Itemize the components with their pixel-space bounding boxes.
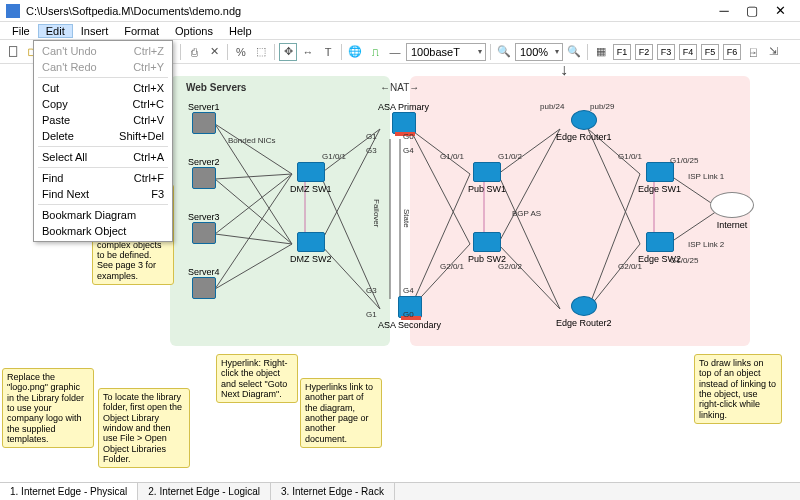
port-g201-b: G2/0/1 bbox=[618, 262, 642, 271]
node-server1[interactable]: Server1 bbox=[188, 100, 220, 134]
menu-bar: File Edit Insert Format Options Help bbox=[0, 22, 800, 40]
label-bonded: Bonded NICs bbox=[228, 136, 276, 145]
zoom-out-icon[interactable]: 🔍 bbox=[495, 43, 513, 61]
node-edge-router1[interactable]: Edge Router1 bbox=[556, 110, 612, 142]
node-internet[interactable]: Internet bbox=[710, 192, 754, 230]
move-icon[interactable]: ✥ bbox=[279, 43, 297, 61]
export-icon[interactable]: ⇲ bbox=[764, 43, 782, 61]
port-pub24: pub/24 bbox=[540, 102, 564, 111]
zoom-combo[interactable]: 100% bbox=[515, 43, 563, 61]
port-g102-a: G1/0/2 bbox=[498, 152, 522, 161]
link-icon[interactable]: ↔ bbox=[299, 43, 317, 61]
tab-logical[interactable]: 2. Internet Edge - Logical bbox=[138, 483, 271, 500]
zoom-in-icon[interactable]: 🔍 bbox=[565, 43, 583, 61]
label-state: State bbox=[402, 209, 411, 228]
line-icon[interactable]: — bbox=[386, 43, 404, 61]
menu-format[interactable]: Format bbox=[116, 24, 167, 38]
port-g101-a: G1/0/1 bbox=[322, 152, 346, 161]
edit-menu-item[interactable]: PasteCtrl+V bbox=[34, 112, 172, 128]
minimize-button[interactable]: ─ bbox=[710, 3, 738, 18]
port-g1-a: G1 bbox=[366, 132, 377, 141]
fkey-4[interactable]: F4 bbox=[679, 44, 697, 60]
port-g1-b: G1 bbox=[366, 310, 377, 319]
fkey-5[interactable]: F5 bbox=[701, 44, 719, 60]
new-icon[interactable] bbox=[4, 43, 22, 61]
edit-menu-item[interactable]: Bookmark Diagram bbox=[34, 207, 172, 223]
edit-menu-item: Can't UndoCtrl+Z bbox=[34, 43, 172, 59]
delete-icon[interactable]: ✕ bbox=[205, 43, 223, 61]
header-nat: ←NAT→ bbox=[380, 82, 419, 93]
fkey-3[interactable]: F3 bbox=[657, 44, 675, 60]
node-server2[interactable]: Server2 bbox=[188, 155, 220, 189]
port-pub29: pub/29 bbox=[590, 102, 614, 111]
node-pubsw2[interactable]: Pub SW2 bbox=[468, 232, 506, 264]
menu-help[interactable]: Help bbox=[221, 24, 260, 38]
port-g0-a: G0 bbox=[403, 132, 414, 141]
node-dmzsw1[interactable]: DMZ SW1 bbox=[290, 162, 332, 194]
menu-edit[interactable]: Edit bbox=[38, 24, 73, 38]
tab-physical[interactable]: 1. Internet Edge - Physical bbox=[0, 483, 138, 500]
note-draw-links[interactable]: To draw links on top of an object instea… bbox=[694, 354, 782, 424]
link-type-combo[interactable]: 100baseT bbox=[406, 43, 486, 61]
edit-menu-item[interactable]: Find NextF3 bbox=[34, 186, 172, 202]
node-pubsw1[interactable]: Pub SW1 bbox=[468, 162, 506, 194]
port-g1025-b: G1/0/25 bbox=[670, 256, 698, 265]
text-icon[interactable]: T bbox=[319, 43, 337, 61]
port-g1025-a: G1/0/25 bbox=[670, 156, 698, 165]
edit-menu-item[interactable]: Bookmark Object bbox=[34, 223, 172, 239]
exit-icon[interactable]: ⍈ bbox=[744, 43, 762, 61]
label-isp1: ISP Link 1 bbox=[688, 172, 724, 181]
select-icon[interactable]: % bbox=[232, 43, 250, 61]
port-g4-b: G4 bbox=[403, 286, 414, 295]
note-hyperlink[interactable]: Hyperlink: Right-click the object and se… bbox=[216, 354, 298, 403]
edit-menu-item[interactable]: CutCtrl+X bbox=[34, 80, 172, 96]
note-hyperlinks-link[interactable]: Hyperlinks link to another part of the d… bbox=[300, 378, 382, 448]
edit-menu-item: Can't RedoCtrl+Y bbox=[34, 59, 172, 75]
port-g202-a: G2/0/2 bbox=[498, 262, 522, 271]
label-failover: Failover bbox=[372, 199, 381, 227]
port-g0-b: G0 bbox=[403, 310, 414, 319]
edit-menu-item[interactable]: CopyCtrl+C bbox=[34, 96, 172, 112]
node-edgesw1[interactable]: Edge SW1 bbox=[638, 162, 681, 194]
edit-menu-dropdown: Can't UndoCtrl+ZCan't RedoCtrl+YCutCtrl+… bbox=[33, 40, 173, 242]
port-g101-b: G1/0/1 bbox=[440, 152, 464, 161]
title-bar: C:\Users\Softpedia.M\Documents\demo.ndg … bbox=[0, 0, 800, 22]
edit-menu-item[interactable]: DeleteShift+Del bbox=[34, 128, 172, 144]
edit-menu-item[interactable]: FindCtrl+F bbox=[34, 170, 172, 186]
close-button[interactable]: ✕ bbox=[766, 3, 794, 18]
tab-bar: 1. Internet Edge - Physical 2. Internet … bbox=[0, 482, 800, 500]
tool-icon[interactable]: ⬚ bbox=[252, 43, 270, 61]
fkey-2[interactable]: F2 bbox=[635, 44, 653, 60]
edit-menu-item[interactable]: Select AllCtrl+A bbox=[34, 149, 172, 165]
globe-icon[interactable]: 🌐 bbox=[346, 43, 364, 61]
label-isp2: ISP Link 2 bbox=[688, 240, 724, 249]
note-library-folder[interactable]: To locate the library folder, first open… bbox=[98, 388, 190, 468]
port-g201-a: G2/0/1 bbox=[440, 262, 464, 271]
port-g4-a: G4 bbox=[403, 146, 414, 155]
note-logo[interactable]: Replace the "logo.png" graphic in the Li… bbox=[2, 368, 94, 448]
svg-rect-0 bbox=[9, 47, 16, 57]
app-icon bbox=[6, 4, 20, 18]
maximize-button[interactable]: ▢ bbox=[738, 3, 766, 18]
header-webservers: Web Servers bbox=[186, 82, 246, 93]
tab-rack[interactable]: 3. Internet Edge - Rack bbox=[271, 483, 395, 500]
node-dmzsw2[interactable]: DMZ SW2 bbox=[290, 232, 332, 264]
menu-insert[interactable]: Insert bbox=[73, 24, 117, 38]
node-server4[interactable]: Server4 bbox=[188, 265, 220, 299]
menu-options[interactable]: Options bbox=[167, 24, 221, 38]
window-title: C:\Users\Softpedia.M\Documents\demo.ndg bbox=[26, 5, 710, 17]
connector-icon[interactable]: ⎍ bbox=[366, 43, 384, 61]
node-asa-primary[interactable]: ASA Primary bbox=[378, 100, 429, 134]
label-bgpas: BGP AS bbox=[512, 209, 541, 218]
print-icon[interactable]: ⎙ bbox=[185, 43, 203, 61]
fkey-1[interactable]: F1 bbox=[613, 44, 631, 60]
port-g3-a: G3 bbox=[366, 146, 377, 155]
node-edge-router2[interactable]: Edge Router2 bbox=[556, 296, 612, 328]
port-g3-b: G3 bbox=[366, 286, 377, 295]
port-g101-c: G1/0/1 bbox=[618, 152, 642, 161]
node-server3[interactable]: Server3 bbox=[188, 210, 220, 244]
menu-file[interactable]: File bbox=[4, 24, 38, 38]
arrow-down-icon: ↓ bbox=[560, 64, 568, 79]
grid-icon[interactable]: ▦ bbox=[592, 43, 610, 61]
fkey-6[interactable]: F6 bbox=[723, 44, 741, 60]
